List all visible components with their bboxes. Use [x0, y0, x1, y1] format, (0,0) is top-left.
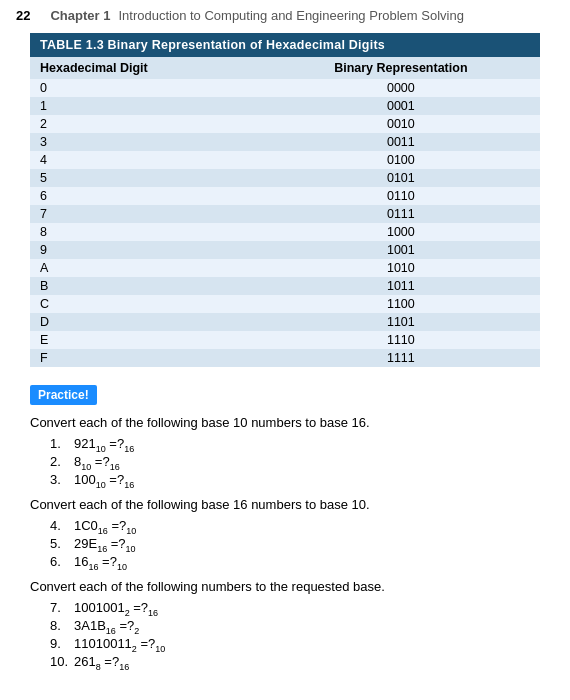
problem-number: 8.	[50, 618, 74, 633]
chapter-label: Chapter 1	[50, 8, 110, 23]
hex-digit-cell: 6	[30, 187, 262, 205]
practice-section-intro: Convert each of the following numbers to…	[30, 579, 540, 594]
problem-expression: 1C016 =?10	[74, 518, 136, 533]
table-row: 81000	[30, 223, 540, 241]
hex-digit-cell: A	[30, 259, 262, 277]
problem-expression: 1616 =?10	[74, 554, 127, 569]
hex-digit-cell: 3	[30, 133, 262, 151]
table-title: TABLE 1.3 Binary Representation of Hexad…	[30, 33, 540, 57]
binary-repr-cell: 1101	[262, 313, 540, 331]
problem-expression: 10010 =?16	[74, 472, 134, 487]
table-row: 00000	[30, 79, 540, 97]
problem-list: 1.92110 =?162.810 =?163.10010 =?16	[50, 436, 540, 487]
table-row: D1101	[30, 313, 540, 331]
binary-repr-cell: 1111	[262, 349, 540, 367]
table-row: F1111	[30, 349, 540, 367]
practice-label: Practice!	[30, 385, 97, 405]
problem-number: 1.	[50, 436, 74, 451]
problem-number: 5.	[50, 536, 74, 551]
hex-digit-cell: 1	[30, 97, 262, 115]
hex-digit-cell: 8	[30, 223, 262, 241]
header: 22 Chapter 1 Introduction to Computing a…	[0, 0, 570, 29]
problem-number: 4.	[50, 518, 74, 533]
hex-digit-cell: C	[30, 295, 262, 313]
table-row: A1010	[30, 259, 540, 277]
main-content: TABLE 1.3 Binary Representation of Hexad…	[0, 29, 570, 695]
chapter-title: Introduction to Computing and Engineerin…	[118, 8, 463, 23]
hex-digit-cell: 5	[30, 169, 262, 187]
problem-item: 9.110100112 =?10	[50, 636, 540, 651]
problem-number: 10.	[50, 654, 74, 669]
hex-digit-cell: 2	[30, 115, 262, 133]
binary-repr-cell: 1001	[262, 241, 540, 259]
table-row: 10001	[30, 97, 540, 115]
problem-expression: 3A1B16 =?2	[74, 618, 139, 633]
binary-repr-cell: 1100	[262, 295, 540, 313]
problem-item: 1.92110 =?16	[50, 436, 540, 451]
hex-binary-table-wrapper: TABLE 1.3 Binary Representation of Hexad…	[30, 33, 540, 367]
col-header-binary: Binary Representation	[262, 57, 540, 79]
problem-expression: 2618 =?16	[74, 654, 129, 669]
hex-binary-table: Hexadecimal Digit Binary Representation …	[30, 57, 540, 367]
table-row: 30011	[30, 133, 540, 151]
binary-repr-cell: 1110	[262, 331, 540, 349]
hex-digit-cell: 4	[30, 151, 262, 169]
hex-digit-cell: 9	[30, 241, 262, 259]
problem-expression: 92110 =?16	[74, 436, 134, 451]
problem-expression: 10010012 =?16	[74, 600, 158, 615]
binary-repr-cell: 0011	[262, 133, 540, 151]
practice-section-intro: Convert each of the following base 10 nu…	[30, 415, 540, 430]
problem-expression: 810 =?16	[74, 454, 120, 469]
problem-item: 3.10010 =?16	[50, 472, 540, 487]
practice-section: Practice! Convert each of the following …	[30, 385, 540, 669]
table-row: 40100	[30, 151, 540, 169]
binary-repr-cell: 0111	[262, 205, 540, 223]
problem-number: 9.	[50, 636, 74, 651]
binary-repr-cell: 0001	[262, 97, 540, 115]
hex-digit-cell: D	[30, 313, 262, 331]
table-row: 50101	[30, 169, 540, 187]
binary-repr-cell: 0000	[262, 79, 540, 97]
table-row: 20010	[30, 115, 540, 133]
problem-number: 3.	[50, 472, 74, 487]
problem-list: 4.1C016 =?105.29E16 =?106.1616 =?10	[50, 518, 540, 569]
binary-repr-cell: 0110	[262, 187, 540, 205]
problem-item: 6.1616 =?10	[50, 554, 540, 569]
table-row: B1011	[30, 277, 540, 295]
practice-section-intro: Convert each of the following base 16 nu…	[30, 497, 540, 512]
problem-number: 7.	[50, 600, 74, 615]
problem-number: 2.	[50, 454, 74, 469]
table-row: 70111	[30, 205, 540, 223]
problem-item: 4.1C016 =?10	[50, 518, 540, 533]
problem-item: 2.810 =?16	[50, 454, 540, 469]
hex-digit-cell: 0	[30, 79, 262, 97]
problem-item: 5.29E16 =?10	[50, 536, 540, 551]
page-number: 22	[16, 8, 30, 23]
hex-digit-cell: E	[30, 331, 262, 349]
table-row: 60110	[30, 187, 540, 205]
binary-repr-cell: 1000	[262, 223, 540, 241]
hex-digit-cell: F	[30, 349, 262, 367]
binary-repr-cell: 1010	[262, 259, 540, 277]
binary-repr-cell: 0100	[262, 151, 540, 169]
problem-item: 10.2618 =?16	[50, 654, 540, 669]
problem-expression: 110100112 =?10	[74, 636, 165, 651]
problem-number: 6.	[50, 554, 74, 569]
problem-expression: 29E16 =?10	[74, 536, 136, 551]
problem-list: 7.10010012 =?168.3A1B16 =?29.110100112 =…	[50, 600, 540, 669]
table-row: C1100	[30, 295, 540, 313]
binary-repr-cell: 0010	[262, 115, 540, 133]
col-header-hex: Hexadecimal Digit	[30, 57, 262, 79]
table-row: E1110	[30, 331, 540, 349]
problem-item: 7.10010012 =?16	[50, 600, 540, 615]
binary-repr-cell: 1011	[262, 277, 540, 295]
problem-item: 8.3A1B16 =?2	[50, 618, 540, 633]
hex-digit-cell: 7	[30, 205, 262, 223]
hex-digit-cell: B	[30, 277, 262, 295]
binary-repr-cell: 0101	[262, 169, 540, 187]
table-row: 91001	[30, 241, 540, 259]
